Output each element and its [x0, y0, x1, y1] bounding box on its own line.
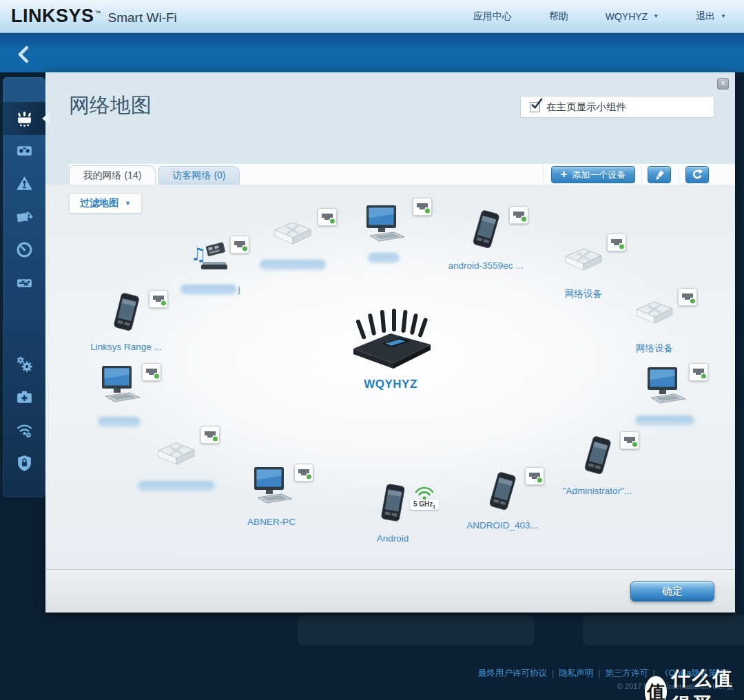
sidebar-item-connectivity[interactable] [3, 349, 45, 382]
sidebar-item-security[interactable] [3, 448, 45, 481]
footer-link-2[interactable]: 隐私声明 [559, 668, 593, 678]
footer-separator: | [552, 668, 554, 678]
network-map-icon [15, 108, 34, 130]
toolbar-divider [543, 166, 544, 183]
desktop-icon [97, 366, 141, 406]
device-label [98, 416, 141, 427]
ethernet-port-icon [689, 363, 708, 381]
parental-controls-icon [15, 174, 34, 196]
tab-my-network[interactable]: 我的网络 (14) [69, 165, 156, 185]
ok-button[interactable]: 确定 [630, 581, 714, 601]
dimmed-background-widget [298, 615, 535, 646]
security-icon [15, 454, 34, 475]
chevron-down-icon: ▼ [125, 200, 131, 207]
device-label: ANDROID_403... [466, 520, 538, 531]
ethernet-badge [525, 467, 544, 485]
tab-guest-network[interactable]: 访客网络 (0) [158, 166, 240, 185]
device-label: Android [377, 533, 409, 544]
modal-footer: 确定 [45, 569, 735, 612]
device-label [368, 252, 400, 263]
device-label [635, 415, 694, 426]
sidebar-item-wireless[interactable] [3, 415, 45, 448]
menu-item-account[interactable]: WQYHYZ▼ [606, 11, 659, 22]
external-storage-icon [15, 274, 34, 295]
brush-icon [654, 169, 665, 181]
ethernet-badge [149, 290, 168, 308]
device-label: ABNER-PC [247, 517, 296, 527]
tab-label: 我的网络 (14) [83, 169, 142, 182]
speed-test-icon [15, 240, 34, 262]
device-label: 网络设备 [565, 288, 602, 300]
toolbar-divider [678, 166, 679, 183]
ethernet-badge [678, 288, 697, 306]
trademark-symbol: ™ [95, 10, 101, 17]
sidebar-item-media-prioritization[interactable] [3, 201, 45, 234]
network-map-modal: × 网络地图 在主页显示小组件 + 添加一个设备 我的网络 (14)访客网络 (… [45, 72, 735, 612]
page-top-band [0, 33, 744, 72]
top-menu: 应用中心帮助WQYHYZ▼退出▼ [473, 10, 744, 23]
dimmed-background-widget [583, 615, 744, 646]
network-map-canvas: 过滤地图 ▼ WQYHYZ ♫ j android-3559ec ... 网络设… [45, 185, 735, 569]
sidebar-back-button[interactable] [12, 43, 37, 66]
connectivity-icon [15, 355, 34, 376]
sidebar-item-parental-controls[interactable] [3, 168, 45, 201]
censored-label [635, 415, 694, 426]
nas-icon [562, 245, 605, 276]
ethernet-badge [318, 208, 337, 226]
device-label: j [180, 284, 240, 295]
add-device-button[interactable]: + 添加一个设备 [551, 166, 635, 183]
menu-item-app-center[interactable]: 应用中心 [473, 10, 512, 23]
ethernet-port-icon [607, 234, 626, 251]
logo-text: LINKSYS [11, 6, 94, 27]
guest-access-icon [15, 141, 34, 163]
footer-link-1[interactable]: 最终用户许可协议 [478, 668, 547, 678]
censored-label [260, 260, 326, 270]
ethernet-badge [142, 363, 161, 381]
censored-label [368, 253, 400, 263]
ethernet-badge [294, 464, 313, 482]
menu-item-help[interactable]: 帮助 [549, 10, 568, 23]
menu-label: 帮助 [549, 10, 568, 23]
ethernet-port-icon [149, 290, 168, 308]
nas-icon [271, 219, 314, 249]
device-label [138, 480, 215, 491]
desktop-icon [362, 205, 406, 245]
sidebar-item-troubleshooting[interactable] [3, 382, 45, 415]
page-title: 网络地图 [69, 92, 152, 120]
close-icon[interactable]: × [717, 78, 729, 90]
sidebar-item-speed-test[interactable] [3, 234, 45, 267]
desktop-icon [643, 367, 687, 407]
refresh-button[interactable] [685, 166, 709, 183]
tab-bar: + 添加一个设备 我的网络 (14)访客网络 (0) [45, 164, 735, 185]
chevron-left-icon [12, 43, 37, 66]
checkbox-checked[interactable] [530, 102, 540, 112]
product-name: Smart Wi-Fi [108, 10, 177, 25]
device-label: 网络设备 [636, 342, 673, 355]
footer-link-3[interactable]: 第三方许可 [606, 668, 649, 678]
filter-map-label: 过滤地图 [80, 197, 118, 209]
ethernet-badge [200, 426, 220, 444]
cleanup-map-button[interactable] [648, 166, 671, 183]
menu-item-logout[interactable]: 退出▼ [696, 10, 726, 23]
filter-map-button[interactable]: 过滤地图 ▼ [69, 193, 142, 214]
ethernet-port-icon [509, 206, 528, 224]
ethernet-port-icon [413, 198, 432, 216]
svg-text:♫: ♫ [190, 244, 206, 265]
sidebar-item-network-map[interactable] [3, 102, 45, 135]
ethernet-port-icon [318, 208, 337, 226]
smzdm-logo-icon: 值 [645, 676, 667, 700]
plus-icon: + [561, 168, 567, 181]
sidebar-item-guest-access[interactable] [3, 135, 45, 168]
sidebar-group-gap [3, 300, 45, 349]
desktop-icon [249, 467, 293, 507]
footer-separator: | [598, 668, 600, 678]
ethernet-port-icon [142, 363, 161, 381]
sidebar-item-external-storage[interactable] [3, 267, 45, 300]
ethernet-port-icon [525, 467, 544, 485]
device-label: Linksys Range ... [90, 342, 162, 352]
wifi-band-label: 5 GHz1 [410, 500, 439, 510]
show-widget-checkbox-row[interactable]: 在主页显示小组件 [520, 96, 714, 118]
menu-label: 应用中心 [473, 10, 512, 23]
ethernet-badge [230, 236, 249, 254]
router-icon [342, 305, 439, 374]
